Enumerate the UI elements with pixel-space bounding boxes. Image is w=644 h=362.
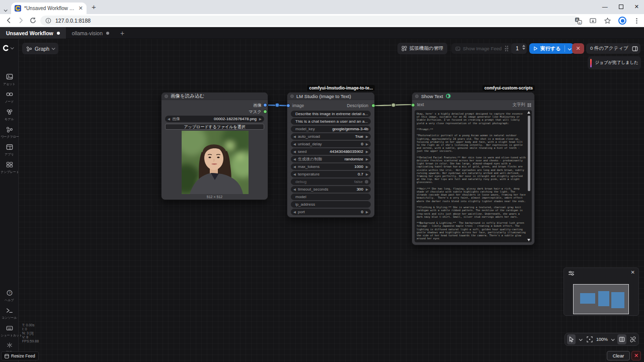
new-workflow-button[interactable]: + bbox=[115, 27, 129, 39]
comfyui-logo-button[interactable] bbox=[2, 42, 17, 53]
image-preview[interactable] bbox=[182, 131, 249, 194]
sidebar-item-models[interactable]: モデル bbox=[0, 109, 19, 122]
scroll-down-icon[interactable] bbox=[527, 239, 530, 241]
widget-system-text[interactable]: This is a chat between a user and an a..… bbox=[291, 118, 371, 125]
node-header[interactable]: Show Text bbox=[412, 93, 534, 100]
batch-count-stepper[interactable]: 1 bbox=[511, 43, 527, 54]
minimap-toggle-button[interactable] bbox=[617, 334, 626, 344]
collapse-dot-icon[interactable] bbox=[415, 95, 419, 98]
stepper-arrows-icon[interactable] bbox=[522, 45, 525, 50]
sidebar-item-templates[interactable]: テンプレート bbox=[0, 161, 19, 174]
link-slash-icon bbox=[630, 336, 636, 342]
image-file-combo[interactable]: ◀ 画像 00002-1622676478.png ▶ bbox=[165, 116, 264, 122]
forward-icon[interactable] bbox=[17, 17, 25, 24]
translate-icon[interactable]: Aa bbox=[575, 17, 582, 25]
window-maximize-button[interactable] bbox=[619, 5, 623, 9]
widget-max-tokens[interactable]: ◀max_tokens 1000▶ bbox=[291, 163, 371, 170]
bookmark-star-icon[interactable] bbox=[604, 17, 611, 25]
input-port-image[interactable] bbox=[286, 104, 290, 108]
tab-search-chevron-icon[interactable] bbox=[4, 5, 7, 14]
upload-file-button[interactable]: アップロードするファイルを選択 bbox=[165, 124, 264, 130]
run-button[interactable]: 実行する bbox=[529, 43, 574, 54]
browser-tab[interactable]: *Unsaved Workflow - ComfyUI ✕ bbox=[11, 3, 87, 14]
sidebar-item-workflows[interactable]: ワークフロー bbox=[0, 126, 19, 139]
canvas-toolbar: 100% bbox=[565, 333, 639, 346]
site-info-icon[interactable] bbox=[45, 18, 51, 24]
node-header[interactable]: LM Studio (Image to Text) bbox=[287, 93, 374, 100]
panel-toggle-button[interactable] bbox=[629, 43, 640, 54]
output-port-image[interactable] bbox=[263, 103, 267, 107]
widget-debug-toggle[interactable]: debug false bbox=[291, 178, 371, 185]
comfyui-logo-icon bbox=[2, 44, 10, 52]
drag-handle-icon[interactable] bbox=[505, 45, 509, 52]
close-feed-button[interactable]: ✕ bbox=[631, 351, 641, 360]
url-bar[interactable]: 127.0.0.1:8188 bbox=[40, 16, 580, 26]
output-port-mask[interactable] bbox=[263, 110, 267, 114]
workflow-tab-unsaved[interactable]: Unsaved Workflow bbox=[0, 27, 66, 39]
left-sidebar: アセット ノード モデル ワークフロー アプリ テンプレート bbox=[0, 39, 19, 362]
workflow-tab-ollama-vision[interactable]: ollama-vision bbox=[66, 27, 115, 39]
zoom-level[interactable]: 100% bbox=[596, 337, 608, 342]
widget-temperature[interactable]: ◀temperature 0.7▶ bbox=[291, 171, 371, 177]
widget-auto-unload[interactable]: ◀auto_unload True▶ bbox=[291, 133, 371, 140]
widget-prompt-text[interactable]: Describe this image in extreme detail a.… bbox=[291, 111, 371, 117]
minimap-options-icon[interactable] bbox=[568, 270, 575, 276]
sidebar-item-assets[interactable]: アセット bbox=[0, 73, 19, 86]
clear-feed-button[interactable]: Clear bbox=[607, 351, 630, 360]
install-app-icon[interactable] bbox=[589, 17, 597, 25]
active-jobs-button[interactable]: 0 件のアクティブ bbox=[586, 43, 632, 54]
sidebar-item-console[interactable]: コンソール bbox=[0, 307, 19, 320]
zoom-chevron-icon[interactable] bbox=[610, 334, 615, 344]
node-load-image[interactable]: 画像を読み込む 画像 マスク ◀ 画像 00002-1622676478.png… bbox=[161, 92, 268, 200]
output-port-description[interactable] bbox=[371, 104, 375, 108]
node-lm-studio[interactable]: LM Studio (Image to Text) image Descript… bbox=[287, 92, 375, 218]
minimap-panel[interactable]: ✕ bbox=[564, 267, 639, 316]
widget-model[interactable]: model bbox=[291, 194, 371, 200]
map-icon bbox=[619, 336, 625, 342]
pointer-tool-button[interactable] bbox=[567, 334, 576, 344]
widget-control-after-generate[interactable]: ◀生成後の制御 randomize▶ bbox=[291, 156, 371, 162]
tab-close-icon[interactable]: ✕ bbox=[78, 5, 83, 12]
scroll-up-icon[interactable] bbox=[527, 111, 530, 114]
profile-avatar[interactable] bbox=[618, 17, 626, 25]
toggle-links-button[interactable] bbox=[628, 334, 637, 344]
sidebar-item-nodes[interactable]: ノード bbox=[0, 91, 19, 104]
window-close-button[interactable]: ✕ bbox=[634, 4, 639, 10]
workflow-tab-label: Unsaved Workflow bbox=[6, 30, 53, 36]
widget-timeout-seconds[interactable]: ◀timeout_seconds 300▶ bbox=[291, 186, 371, 193]
window-controls: — ✕ bbox=[602, 0, 639, 13]
sidebar-item-apps[interactable]: アプリ bbox=[0, 144, 19, 157]
show-image-feed-button[interactable]: Show Image Feed bbox=[451, 43, 513, 54]
fit-view-button[interactable] bbox=[585, 334, 594, 344]
play-icon bbox=[533, 46, 538, 51]
job-complete-toast[interactable]: ジョブが完了しました bbox=[588, 56, 641, 69]
widget-port[interactable]: ◀port 0▶ bbox=[291, 209, 371, 215]
collapse-dot-icon[interactable] bbox=[165, 95, 168, 98]
sidebar-item-shortcuts[interactable]: ショートカット bbox=[0, 325, 19, 338]
browser-menu-icon[interactable] bbox=[633, 18, 640, 24]
collapse-dot-icon[interactable] bbox=[290, 95, 294, 98]
scrollbar[interactable] bbox=[527, 111, 531, 241]
cancel-run-button[interactable]: ✕ bbox=[572, 43, 584, 54]
window-minimize-button[interactable]: — bbox=[602, 4, 608, 10]
widget-seed[interactable]: ◀seed 443430486035902▶ bbox=[291, 148, 371, 155]
back-icon[interactable] bbox=[5, 17, 13, 24]
sidebar-item-help[interactable]: ? ヘルプ bbox=[0, 290, 19, 303]
scrollbar-thumb[interactable] bbox=[528, 116, 530, 191]
minimap-close-icon[interactable]: ✕ bbox=[631, 269, 635, 275]
input-port-text[interactable] bbox=[411, 103, 415, 107]
widget-ip-address[interactable]: ip_address bbox=[291, 201, 371, 208]
graph-breadcrumb-button[interactable]: Graph bbox=[22, 43, 58, 54]
resize-feed-button[interactable]: Resize Feed bbox=[1, 351, 39, 360]
toggle-icon[interactable] bbox=[365, 180, 368, 184]
graph-icon bbox=[26, 46, 32, 52]
manage-extensions-button[interactable]: 拡張機能の管理 bbox=[397, 43, 447, 54]
pointer-options-chevron-icon[interactable] bbox=[578, 334, 583, 344]
node-show-text[interactable]: Show Text text 文字列 Okay, here' s a highl… bbox=[412, 92, 535, 245]
reload-icon[interactable] bbox=[29, 17, 37, 24]
widget-unload-delay[interactable]: ◀unload_delay 0▶ bbox=[291, 141, 371, 147]
show-text-output-area[interactable]: Okay, here' s a highly detailed prompt d… bbox=[415, 110, 532, 242]
new-tab-button[interactable]: + bbox=[92, 3, 96, 11]
node-header[interactable]: 画像を読み込む bbox=[162, 93, 268, 100]
widget-model-key[interactable]: model_key google/gemma-3-4b bbox=[291, 126, 371, 132]
